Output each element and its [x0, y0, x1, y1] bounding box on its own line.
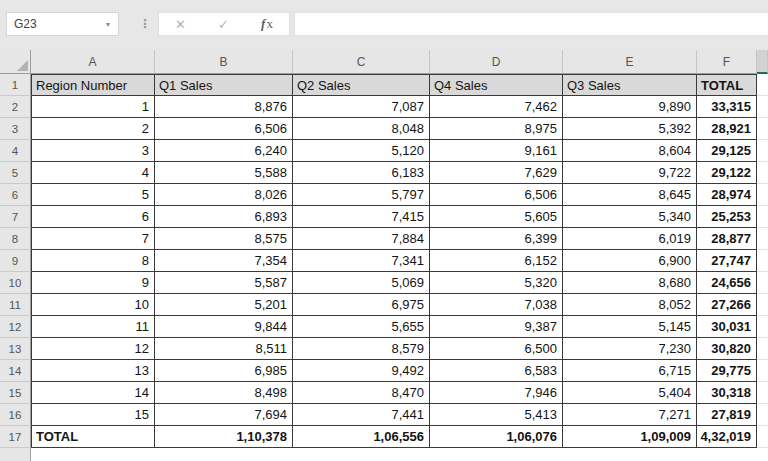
cell[interactable]: 9: [31, 272, 155, 294]
cell[interactable]: 8,645: [563, 184, 697, 206]
cell[interactable]: 7,946: [430, 382, 563, 404]
cell[interactable]: 7,415: [293, 206, 430, 228]
cell[interactable]: 7,087: [293, 96, 430, 118]
cell[interactable]: 7,038: [430, 294, 563, 316]
cell[interactable]: 27,819: [697, 404, 757, 426]
column-header-D[interactable]: D: [430, 50, 563, 74]
cell[interactable]: 5,145: [563, 316, 697, 338]
cell[interactable]: 6,893: [155, 206, 293, 228]
cell-empty[interactable]: [757, 272, 768, 294]
cell[interactable]: 7,441: [293, 404, 430, 426]
row-header-14[interactable]: 14: [0, 360, 31, 382]
cell-empty[interactable]: [757, 184, 768, 206]
enter-icon[interactable]: ✓: [218, 18, 229, 31]
cell[interactable]: 9,492: [293, 360, 430, 382]
cell[interactable]: 8,498: [155, 382, 293, 404]
cell-empty[interactable]: [757, 74, 768, 96]
cell[interactable]: 33,315: [697, 96, 757, 118]
cell[interactable]: Q4 Sales: [430, 74, 563, 96]
row-header-partial[interactable]: [0, 448, 31, 461]
cell-empty[interactable]: [757, 228, 768, 250]
cell[interactable]: 8,680: [563, 272, 697, 294]
cell[interactable]: 5,797: [293, 184, 430, 206]
cell[interactable]: 28,974: [697, 184, 757, 206]
cell[interactable]: 8,026: [155, 184, 293, 206]
cell[interactable]: 7,884: [293, 228, 430, 250]
cell[interactable]: 25,253: [697, 206, 757, 228]
row-header-7[interactable]: 7: [0, 206, 31, 228]
cell-empty[interactable]: [757, 404, 768, 426]
cell[interactable]: 8,052: [563, 294, 697, 316]
cell[interactable]: 4: [31, 162, 155, 184]
cell[interactable]: 29,125: [697, 140, 757, 162]
cell[interactable]: 5,340: [563, 206, 697, 228]
cell[interactable]: 7,629: [430, 162, 563, 184]
row-header-15[interactable]: 15: [0, 382, 31, 404]
cell[interactable]: 8,604: [563, 140, 697, 162]
cell[interactable]: 1,09,009: [563, 426, 697, 448]
cell[interactable]: 27,266: [697, 294, 757, 316]
cell[interactable]: 6,506: [155, 118, 293, 140]
name-box-value[interactable]: G23: [7, 17, 98, 31]
cell[interactable]: 6,583: [430, 360, 563, 382]
cell[interactable]: 15: [31, 404, 155, 426]
cell[interactable]: 6,240: [155, 140, 293, 162]
cell[interactable]: 11: [31, 316, 155, 338]
column-header-A[interactable]: A: [31, 50, 155, 74]
row-header-12[interactable]: 12: [0, 316, 31, 338]
cell[interactable]: 9,387: [430, 316, 563, 338]
cell[interactable]: 6,985: [155, 360, 293, 382]
cell-empty[interactable]: [757, 382, 768, 404]
cell[interactable]: 6,019: [563, 228, 697, 250]
cell[interactable]: 7: [31, 228, 155, 250]
cell[interactable]: 7,230: [563, 338, 697, 360]
cell-empty[interactable]: [757, 118, 768, 140]
cell[interactable]: 5,120: [293, 140, 430, 162]
cell-empty[interactable]: [757, 206, 768, 228]
cell[interactable]: 5,605: [430, 206, 563, 228]
column-header-C[interactable]: C: [293, 50, 430, 74]
cell-empty[interactable]: [757, 140, 768, 162]
cell[interactable]: 7,462: [430, 96, 563, 118]
cell[interactable]: 5,588: [155, 162, 293, 184]
cell[interactable]: 7,271: [563, 404, 697, 426]
cell[interactable]: 7,341: [293, 250, 430, 272]
cell[interactable]: 8,470: [293, 382, 430, 404]
select-all-button[interactable]: [0, 50, 31, 74]
cell[interactable]: TOTAL: [31, 426, 155, 448]
cell[interactable]: 1,06,556: [293, 426, 430, 448]
column-header-F[interactable]: F: [697, 50, 757, 74]
cell-empty[interactable]: [757, 360, 768, 382]
cell[interactable]: 10: [31, 294, 155, 316]
row-header-6[interactable]: 6: [0, 184, 31, 206]
cell[interactable]: 13: [31, 360, 155, 382]
formula-bar-input[interactable]: [294, 12, 768, 36]
cell[interactable]: 8,876: [155, 96, 293, 118]
cell-empty[interactable]: [757, 96, 768, 118]
cell[interactable]: 14: [31, 382, 155, 404]
cell[interactable]: 6,183: [293, 162, 430, 184]
cell[interactable]: 6,975: [293, 294, 430, 316]
cell[interactable]: 8,579: [293, 338, 430, 360]
cell[interactable]: 5,587: [155, 272, 293, 294]
cell-empty[interactable]: [757, 162, 768, 184]
cell[interactable]: Q3 Sales: [563, 74, 697, 96]
cell[interactable]: 28,921: [697, 118, 757, 140]
cell[interactable]: TOTAL: [697, 74, 757, 96]
cell[interactable]: 5,655: [293, 316, 430, 338]
cell[interactable]: 5,392: [563, 118, 697, 140]
cell[interactable]: 9,161: [430, 140, 563, 162]
cell[interactable]: 2: [31, 118, 155, 140]
cell[interactable]: 6: [31, 206, 155, 228]
cell-empty[interactable]: [757, 426, 768, 448]
cell[interactable]: 6,715: [563, 360, 697, 382]
cell[interactable]: 7,694: [155, 404, 293, 426]
name-box-dropdown-icon[interactable]: ▾: [98, 20, 118, 29]
cell[interactable]: 8,511: [155, 338, 293, 360]
cell[interactable]: 1,10,378: [155, 426, 293, 448]
column-header-G[interactable]: [757, 50, 768, 74]
cell[interactable]: 9,844: [155, 316, 293, 338]
column-header-B[interactable]: B: [155, 50, 293, 74]
cell[interactable]: 7,354: [155, 250, 293, 272]
row-header-5[interactable]: 5: [0, 162, 31, 184]
